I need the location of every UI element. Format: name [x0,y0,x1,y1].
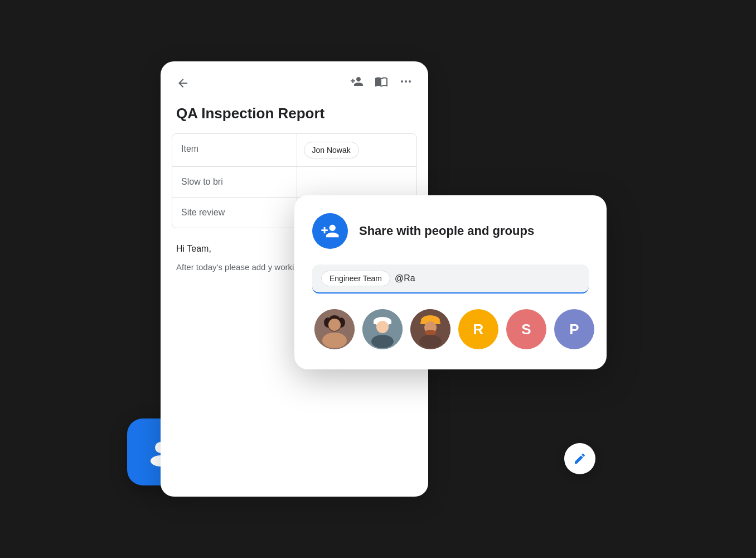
header-actions [350,75,413,92]
avatar-person-3[interactable] [410,309,450,349]
table-row: Item Jon Nowak [172,134,416,167]
site-review-label: Site review [172,198,297,228]
svg-point-22 [419,335,442,348]
avatar-r[interactable]: R [458,309,498,349]
avatar-p-letter: P [569,321,579,338]
table-row: Slow to bri [172,167,416,198]
slow-value [297,167,417,197]
back-button[interactable] [176,76,190,90]
share-input-area[interactable]: Engineer Team [312,264,589,294]
scene: QA Inspection Report Item Jon Nowak Slow… [127,39,629,519]
avatars-row: R S P [312,309,589,349]
item-value: Jon Nowak [297,134,417,166]
share-avatar [312,213,348,249]
edit-fab[interactable] [564,443,595,474]
engineer-team-tag[interactable]: Engineer Team [321,271,390,286]
edit-icon [573,452,587,465]
svg-point-10 [328,319,341,331]
svg-point-11 [322,333,347,348]
item-label: Item [172,134,297,166]
avatar-p[interactable]: P [554,309,594,349]
share-dialog: Share with people and groups Engineer Te… [294,195,607,369]
share-header: Share with people and groups [312,213,589,249]
svg-point-15 [376,321,389,333]
svg-point-3 [405,80,407,83]
svg-point-4 [409,80,411,83]
svg-point-2 [401,80,403,83]
share-title: Share with people and groups [359,223,534,239]
page-title: QA Inspection Report [161,100,428,133]
more-horiz-icon[interactable] [399,75,413,92]
svg-point-21 [425,330,436,335]
avatar-person-2[interactable] [362,309,403,349]
person-add-icon[interactable] [350,75,364,92]
avatar-s[interactable]: S [506,309,546,349]
share-input[interactable] [395,273,580,283]
svg-point-16 [371,335,394,348]
avatar-r-letter: R [473,321,484,338]
card-header [161,61,428,100]
avatar-s-letter: S [521,321,531,338]
jon-nowak-chip[interactable]: Jon Nowak [304,142,359,158]
slow-label: Slow to bri [172,167,297,197]
notes-icon[interactable] [375,75,388,92]
person-add-white-icon [321,222,340,240]
avatar-person-1[interactable] [314,309,355,349]
